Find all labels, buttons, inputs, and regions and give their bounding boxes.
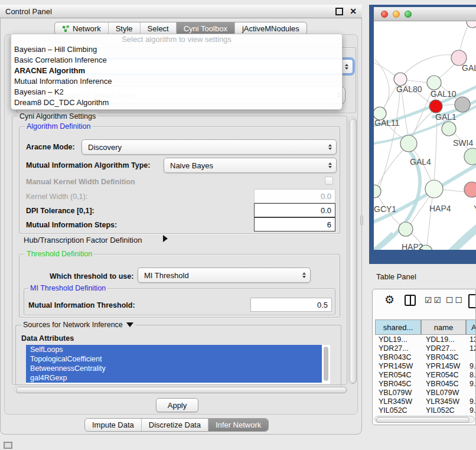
dropdown-item[interactable]: Mutual Information Inference xyxy=(11,76,342,87)
node-label: GAL1 xyxy=(435,112,457,122)
network-view-window: GAL GAL80 GAL10 GAL1 GAL11 SWI4 GAL4 GCY… xyxy=(369,5,476,264)
application-window: Control Panel ✕ Network Style Select Cyn… xyxy=(0,0,476,450)
mi-type-value: Naive Bayes xyxy=(170,161,213,170)
cell: 8. xyxy=(466,371,476,379)
expand-right-icon[interactable] xyxy=(163,235,168,242)
scrollbar-thumb[interactable] xyxy=(376,417,470,423)
network-node-gal4[interactable] xyxy=(400,135,417,152)
minimize-traffic-light[interactable] xyxy=(393,11,400,18)
close-icon[interactable]: ✕ xyxy=(350,7,357,15)
tab-discretize-data[interactable]: Discretize Data xyxy=(142,419,208,431)
list-item[interactable]: SelfLoops xyxy=(26,345,322,354)
which-threshold-label: Which threshold to use: xyxy=(50,272,133,281)
apply-button[interactable]: Apply xyxy=(156,398,198,412)
tab-jactivemnodules[interactable]: jActiveMNodules xyxy=(235,22,307,35)
network-node[interactable] xyxy=(467,21,476,28)
table-row[interactable]: YDL19... YDL19... 13 xyxy=(375,335,476,344)
close-traffic-light[interactable] xyxy=(381,11,388,18)
tab-network[interactable]: Network xyxy=(55,22,109,35)
network-node-swi4[interactable] xyxy=(442,122,456,136)
dpi-tolerance-field[interactable]: 0.0 xyxy=(254,203,335,217)
network-node-gal1-selected[interactable] xyxy=(429,100,442,113)
combo-arrows-icon xyxy=(328,144,332,150)
column-header-clipped[interactable]: A xyxy=(466,319,476,335)
network-node-gcy1[interactable] xyxy=(374,185,381,198)
which-threshold-combo[interactable]: MI Threshold xyxy=(138,268,311,283)
mi-type-combo[interactable]: Naive Bayes xyxy=(164,158,337,173)
cell: YPR145W xyxy=(421,362,466,370)
control-panel-titlebar[interactable]: Control Panel ✕ xyxy=(0,5,362,18)
mi-threshold-field[interactable]: 0.5 xyxy=(250,298,332,312)
table-body: YDL19... YDL19... 13 YDR27... YDR27... 1… xyxy=(375,335,476,415)
import-table-file-icon[interactable] xyxy=(468,294,476,308)
dropdown-item[interactable]: Dream8 DC_TDC Algorithm xyxy=(11,97,342,108)
list-item[interactable]: TopologicalCoefficient xyxy=(26,354,322,364)
settings-horizontal-scrollbar[interactable] xyxy=(14,386,347,393)
tab-cyni-toolbox[interactable]: Cyni Toolbox xyxy=(177,22,235,35)
cell: 13 xyxy=(466,335,476,344)
network-canvas[interactable]: GAL GAL80 GAL10 GAL1 GAL11 SWI4 GAL4 GCY… xyxy=(374,21,476,250)
zoom-traffic-light[interactable] xyxy=(405,11,412,18)
aracne-mode-combo[interactable]: Discovery xyxy=(81,139,337,155)
dropdown-item[interactable]: Basic Correlation Inference xyxy=(11,55,342,66)
network-node-hap2[interactable] xyxy=(399,222,413,236)
list-item[interactable]: BetweennessCentrality xyxy=(26,364,322,373)
manual-kernel-checkbox[interactable] xyxy=(325,177,333,185)
tab-impute-data[interactable]: Impute Data xyxy=(85,419,142,431)
network-node-gal10[interactable] xyxy=(427,76,441,90)
kernel-width-field[interactable]: 0.0 xyxy=(254,189,335,203)
node-label: GAL4 xyxy=(410,157,431,167)
table-row[interactable]: YBR043C YBR043C xyxy=(375,353,476,361)
float-window-icon[interactable] xyxy=(335,8,343,15)
table-settings-gear-icon[interactable]: ⚙ xyxy=(384,294,395,305)
column-header-shared-name[interactable]: shared... xyxy=(375,319,421,335)
network-node[interactable] xyxy=(455,97,470,112)
list-item[interactable]: gal4RGexp xyxy=(26,373,322,383)
table-row[interactable]: YBL079W YBL079W xyxy=(375,388,476,397)
scrollbar-thumb[interactable] xyxy=(350,119,357,383)
scrollbar-thumb[interactable] xyxy=(16,387,347,393)
minimized-window-icon[interactable] xyxy=(4,442,12,449)
hub-definition-expander-label[interactable]: Hub/Transcription Factor Definition xyxy=(24,236,142,244)
data-attributes-list[interactable]: SelfLoops TopologicalCoefficient Between… xyxy=(26,345,330,384)
cell: YDL19... xyxy=(375,335,421,344)
tab-style[interactable]: Style xyxy=(109,22,141,35)
tab-label: Cyni Toolbox xyxy=(184,24,227,33)
select-all-checkboxes-icon[interactable]: ☑☑ xyxy=(425,296,443,304)
table-row[interactable]: YDR27... YDR27... 12 xyxy=(375,344,476,353)
splitter-grip[interactable] xyxy=(360,216,363,225)
network-node-hap4[interactable] xyxy=(425,180,443,198)
dropdown-item[interactable]: Bayesian – K2 xyxy=(11,87,342,97)
table-row[interactable]: YIL052C YIL052C 9. xyxy=(375,406,476,415)
column-selector-icon[interactable] xyxy=(405,295,416,306)
aracne-mode-label: Aracne Mode: xyxy=(26,143,75,151)
table-row[interactable]: YPR145W YPR145W 9. xyxy=(375,361,476,370)
column-header-label: A xyxy=(471,323,476,332)
table-row[interactable]: YBR045C YBR045C 9. xyxy=(375,379,476,388)
table-row[interactable]: YLR345W YLR345W 9. xyxy=(375,397,476,406)
tab-label: Style xyxy=(116,24,133,33)
collapse-down-icon[interactable] xyxy=(126,322,133,327)
dropdown-item-selected[interactable]: ARACNE Algorithm xyxy=(11,66,342,76)
list-scrollbar[interactable] xyxy=(324,347,328,381)
network-node[interactable] xyxy=(464,148,476,165)
tab-select[interactable]: Select xyxy=(141,22,177,35)
column-header-name[interactable]: name xyxy=(421,319,466,335)
combo-arrows-icon xyxy=(328,162,332,168)
network-node-gal80[interactable] xyxy=(394,73,407,86)
tab-infer-network[interactable]: Infer Network xyxy=(208,419,268,431)
settings-vertical-scrollbar[interactable] xyxy=(348,117,357,384)
mi-threshold-label: Mutual Information Threshold: xyxy=(28,301,135,309)
network-node[interactable] xyxy=(464,182,476,197)
cell: YBL079W xyxy=(421,389,466,397)
cell: 9. xyxy=(466,380,476,388)
table-horizontal-scrollbar[interactable] xyxy=(374,416,475,423)
column-header-label: name xyxy=(434,323,454,332)
dropdown-item[interactable]: Bayesian – Hill Climbing xyxy=(11,44,342,55)
deselect-all-checkboxes-icon[interactable]: ☐☐ xyxy=(446,296,464,304)
table-row[interactable]: YER054C YER054C 8. xyxy=(375,370,476,379)
sources-group-title[interactable]: Sources for Network Inference xyxy=(21,321,135,329)
node-label: Y xyxy=(474,204,476,213)
mi-steps-field[interactable]: 6 xyxy=(254,217,335,231)
network-window-titlebar[interactable] xyxy=(374,7,476,21)
